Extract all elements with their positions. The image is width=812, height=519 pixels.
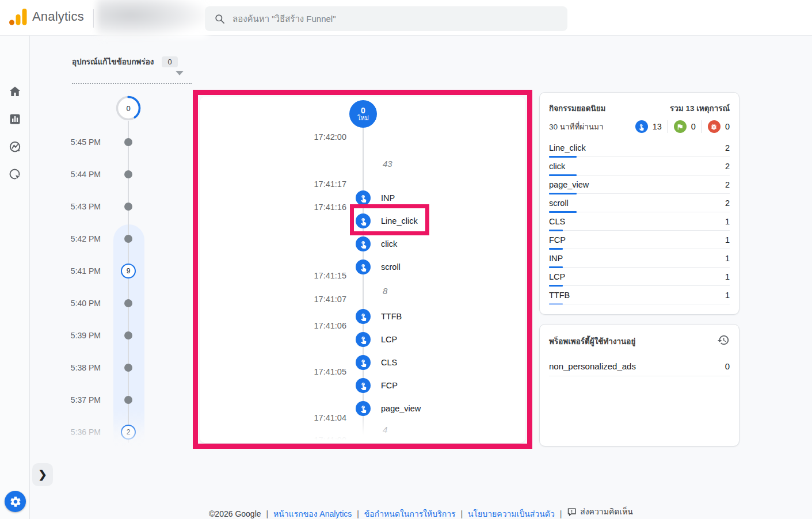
- minute-row: 5:37 PM: [52, 384, 196, 416]
- bug-counter-value: 0: [725, 122, 730, 131]
- flag-counter[interactable]: 0: [674, 120, 696, 133]
- touch-event-icon[interactable]: [356, 355, 371, 370]
- seconds-item: LCP: [356, 332, 397, 347]
- seconds-item: 17:42:00: [292, 132, 346, 142]
- event-count: 1: [725, 217, 730, 226]
- device-dropdown-caret-icon[interactable]: [176, 71, 184, 75]
- event-row[interactable]: FCP 1: [549, 231, 730, 249]
- app-header: Analytics: [0, 0, 812, 36]
- touch-event-icon[interactable]: [356, 236, 371, 251]
- event-type-counters: 13 0 0: [635, 120, 730, 133]
- event-row[interactable]: CLS 1: [549, 212, 730, 231]
- footer-link-privacy[interactable]: นโยบายความเป็นส่วนตัว: [468, 509, 555, 518]
- minute-bottom-fade: [52, 423, 196, 457]
- touch-event-icon[interactable]: [356, 401, 371, 416]
- analytics-logo[interactable]: Analytics: [8, 7, 84, 26]
- event-count: 2: [725, 180, 730, 189]
- expand-chevron-icon[interactable]: ❯: [32, 463, 53, 486]
- minute-head-count: 0: [116, 96, 141, 121]
- event-count: 2: [725, 162, 730, 171]
- minute-row: 5:42 PM: [52, 223, 196, 255]
- top-events-card: กิจกรรมยอดนิยม รวม 13 เหตุการณ์ 30 นาทีท…: [539, 92, 739, 315]
- event-row[interactable]: click 2: [549, 157, 730, 175]
- left-nav-rail: [0, 36, 30, 519]
- seconds-time-label: 17:41:06: [314, 321, 346, 330]
- minute-rows: 5:45 PM 5:44 PM 5:43 PM 5:42 PM: [52, 126, 196, 448]
- advertising-icon[interactable]: [8, 167, 22, 181]
- event-name: INP: [549, 254, 563, 263]
- minute-time-label: 5:45 PM: [52, 138, 101, 147]
- event-row[interactable]: page_view 2: [549, 175, 730, 194]
- touch-event-icon[interactable]: [356, 260, 371, 274]
- touch-event-icon[interactable]: [356, 309, 371, 324]
- home-icon[interactable]: [8, 85, 22, 98]
- minute-row: 5:45 PM: [52, 126, 196, 158]
- event-row[interactable]: TTFB 1: [549, 286, 730, 304]
- touch-event-icon[interactable]: [356, 213, 371, 228]
- minute-time-label: 5:40 PM: [52, 299, 101, 308]
- event-row[interactable]: scroll 2: [549, 194, 730, 212]
- touch-counter[interactable]: 13: [635, 120, 662, 133]
- event-count: 1: [725, 291, 730, 300]
- search-input[interactable]: [232, 14, 567, 24]
- seconds-item: FCP: [356, 378, 398, 393]
- minute-dot[interactable]: [124, 331, 132, 339]
- search-bar[interactable]: [205, 6, 567, 31]
- seconds-item: 17:41:15: [292, 271, 346, 280]
- seconds-time-label: 17:41:16: [314, 203, 346, 212]
- seconds-head-count: 0: [361, 106, 365, 115]
- minute-head-progress-circle[interactable]: 0: [116, 96, 141, 121]
- minute-dot[interactable]: [124, 299, 132, 307]
- minute-count-circle[interactable]: 9: [121, 264, 136, 278]
- flag-counter-value: 0: [691, 122, 696, 131]
- user-property-row[interactable]: non_personalized_ads 0: [549, 357, 730, 376]
- minute-time-label: 5:37 PM: [52, 395, 101, 404]
- seconds-head-circle[interactable]: 0 ใหม่: [349, 100, 377, 128]
- minute-row: 5:40 PM: [52, 287, 196, 319]
- minute-dot[interactable]: [124, 203, 132, 211]
- user-properties-list: non_personalized_ads 0: [549, 357, 730, 376]
- seconds-event-name: Line_click: [381, 216, 418, 226]
- event-count: 1: [725, 235, 730, 245]
- minute-time-label: 5:43 PM: [52, 202, 101, 211]
- top-events-list: Line_click 2 click 2 page_view 2 scroll …: [549, 139, 730, 304]
- copyright: ©2026 Google: [209, 509, 261, 518]
- event-row[interactable]: Line_click 2: [549, 139, 730, 157]
- seconds-event-name: click: [381, 239, 397, 249]
- collapsed-events-count: 43: [383, 159, 392, 169]
- explore-icon[interactable]: [8, 140, 22, 154]
- seconds-event-name: page_view: [381, 404, 421, 413]
- touch-event-icon[interactable]: [356, 190, 371, 205]
- counter-divider: [668, 120, 668, 133]
- event-name: page_view: [549, 180, 589, 189]
- seconds-item: scroll: [356, 260, 401, 274]
- seconds-event-name: LCP: [381, 335, 397, 344]
- minute-dot[interactable]: [124, 138, 132, 146]
- reports-icon[interactable]: [8, 112, 22, 126]
- history-icon[interactable]: [717, 334, 730, 349]
- event-row[interactable]: INP 1: [549, 249, 730, 268]
- minute-dot[interactable]: [124, 364, 132, 372]
- footer-link-analytics-home[interactable]: หน้าแรกของ Analytics: [273, 509, 352, 518]
- minute-dot[interactable]: [124, 235, 132, 243]
- event-row[interactable]: LCP 1: [549, 268, 730, 286]
- touch-event-icon[interactable]: [356, 378, 371, 393]
- event-count: 1: [725, 254, 730, 263]
- admin-gear-icon[interactable]: [5, 491, 26, 512]
- event-name: Line_click: [549, 143, 586, 152]
- minute-dot[interactable]: [124, 396, 132, 404]
- minute-row: 5:41 PM 9: [52, 255, 196, 287]
- top-events-title: กิจกรรมยอดนิยม: [549, 102, 605, 115]
- send-feedback-button[interactable]: ส่งความคิดเห็น: [567, 505, 633, 518]
- touch-event-icon[interactable]: [356, 332, 371, 347]
- minute-dot[interactable]: [124, 170, 132, 178]
- seconds-head-label: ใหม่: [357, 115, 369, 122]
- analytics-logo-icon: [8, 7, 28, 26]
- flag-icon: [674, 120, 687, 133]
- top-events-total: รวม 13 เหตุการณ์: [670, 102, 730, 115]
- bug-counter[interactable]: 0: [708, 120, 730, 133]
- minute-row: 5:44 PM: [52, 158, 196, 190]
- footer-link-terms[interactable]: ข้อกำหนดในการให้บริการ: [364, 509, 456, 518]
- debug-device-selector[interactable]: อุปกรณ์แก้ไขข้อบกพร่อง 0: [72, 55, 178, 68]
- user-properties-title: พร็อพเพอร์ตี้ผู้ใช้ทำงานอยู่: [549, 335, 635, 348]
